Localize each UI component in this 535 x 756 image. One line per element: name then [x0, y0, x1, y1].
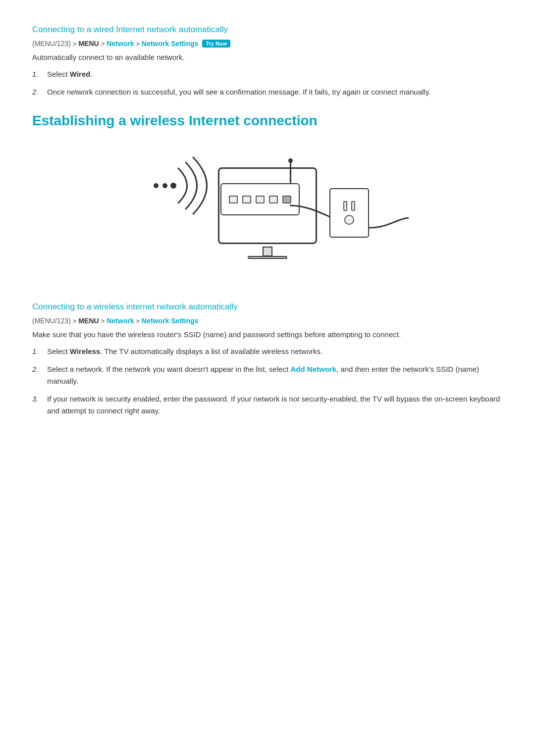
svg-point-1 [162, 183, 167, 188]
outlet-slots [343, 201, 355, 211]
wireless-step-1-number: 1. [32, 346, 42, 357]
wired-breadcrumb-network: Network [107, 40, 134, 48]
wireless-illustration [32, 144, 503, 282]
wired-breadcrumb-menu-paren: (MENU/123) [32, 40, 71, 48]
wireless-step-3: 3. If your network is security enabled, … [32, 393, 503, 417]
wireless-step-2-text-before: Select a network. If the network you wan… [47, 365, 290, 373]
wireless-step-2-content: Select a network. If the network you wan… [47, 363, 503, 387]
wireless-intro-text: Make sure that you have the wireless rou… [32, 329, 503, 341]
wired-step-1-number: 1. [32, 68, 42, 80]
router-box [220, 183, 300, 215]
wireless-breadcrumb-arrow2: > [101, 317, 105, 325]
wireless-step-1-text-before: Select [47, 347, 70, 355]
router-antenna [290, 161, 291, 183]
wireless-step-3-number: 3. [32, 393, 42, 417]
router-port-1 [229, 196, 238, 203]
tv-stand-base [248, 256, 287, 259]
wireless-step-2: 2. Select a network. If the network you … [32, 363, 503, 387]
wireless-breadcrumb-network-settings: Network Settings [142, 317, 198, 325]
wireless-step-1-text-after: . The TV automatically displays a list o… [100, 347, 322, 355]
wired-step-1-content: Select Wired. [47, 68, 503, 80]
wifi-signal-diagram [151, 153, 215, 219]
wired-step-1-text-after: . [90, 70, 92, 78]
router-diagram [220, 183, 300, 215]
router-port-2 [242, 196, 251, 203]
wired-section: Connecting to a wired Internet network a… [32, 25, 503, 98]
router-port-3 [256, 196, 265, 203]
wired-breadcrumb-arrow2: > [101, 40, 105, 48]
wireless-breadcrumb-network: Network [107, 317, 134, 325]
wireless-step-3-content: If your network is security enabled, ent… [47, 393, 503, 417]
wireless-section: Establishing a wireless Internet connect… [32, 113, 503, 417]
wired-breadcrumb-arrow1: > [73, 40, 77, 48]
wireless-breadcrumb-menu-paren: (MENU/123) [32, 317, 71, 325]
wireless-step-2-number: 2. [32, 363, 42, 387]
wireless-step-1-content: Select Wireless. The TV automatically di… [47, 346, 503, 357]
wired-breadcrumb: (MENU/123) > MENU > Network > Network Se… [32, 40, 503, 48]
wired-step-2-number: 2. [32, 86, 42, 98]
wired-step-1-text-before: Select [47, 70, 70, 78]
wired-section-heading: Connecting to a wired Internet network a… [32, 25, 503, 35]
wired-step-1: 1. Select Wired. [32, 68, 503, 80]
wireless-section-heading: Establishing a wireless Internet connect… [32, 113, 503, 129]
wireless-auto-heading: Connecting to a wireless internet networ… [32, 302, 503, 312]
wired-breadcrumb-menu: MENU [78, 40, 99, 48]
wireless-step-1-bold: Wireless [70, 347, 101, 355]
wired-step-2-content: Once network connection is successful, y… [47, 86, 503, 98]
wired-breadcrumb-arrow3: > [136, 40, 140, 48]
wired-step-1-bold: Wired [70, 70, 91, 78]
outlet-box [329, 188, 369, 238]
try-now-badge[interactable]: Try Now [202, 40, 230, 48]
outlet-ground [344, 215, 354, 225]
wireless-breadcrumb-menu: MENU [78, 317, 99, 325]
wired-intro-text: Automatically connect to an available ne… [32, 51, 503, 63]
wired-step-2: 2. Once network connection is successful… [32, 86, 503, 98]
svg-point-0 [154, 183, 159, 188]
wireless-step-1: 1. Select Wireless. The TV automatically… [32, 346, 503, 357]
outlet-slot-right [351, 201, 355, 211]
wireless-breadcrumb: (MENU/123) > MENU > Network > Network Se… [32, 317, 503, 325]
wireless-breadcrumb-arrow1: > [73, 317, 77, 325]
svg-point-2 [170, 183, 176, 189]
router-port-4 [269, 196, 278, 203]
wired-breadcrumb-network-settings: Network Settings [142, 40, 198, 48]
wireless-breadcrumb-arrow3: > [136, 317, 140, 325]
outlet-slot-left [343, 201, 347, 211]
wall-outlet-diagram [329, 188, 369, 238]
tv-stand-neck [263, 247, 272, 256]
wireless-step-2-bold: Add Network [290, 365, 336, 373]
